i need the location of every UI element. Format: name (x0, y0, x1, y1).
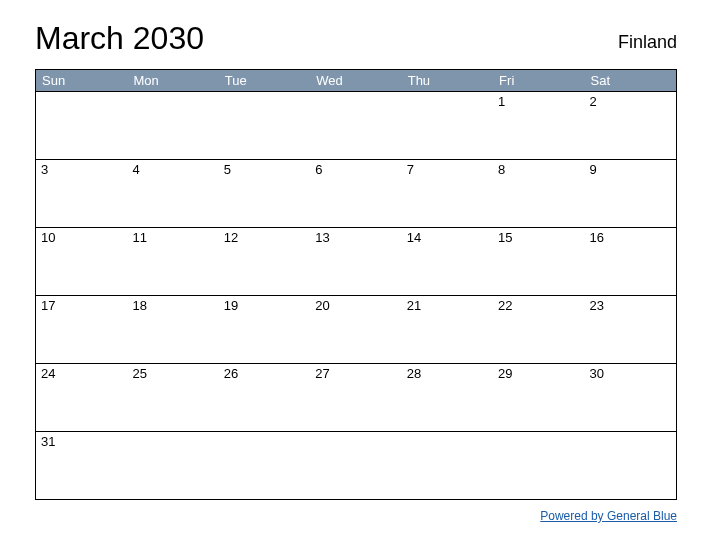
day-cell: 6 (310, 160, 401, 227)
day-cell: 8 (493, 160, 584, 227)
week-row: 1 2 (36, 91, 676, 159)
day-header: Tue (219, 70, 310, 91)
day-cell (310, 92, 401, 159)
week-row: 24 25 26 27 28 29 30 (36, 363, 676, 431)
day-cell: 24 (36, 364, 127, 431)
week-row: 3 4 5 6 7 8 9 (36, 159, 676, 227)
day-cell: 20 (310, 296, 401, 363)
day-cell: 16 (585, 228, 676, 295)
day-cell (310, 432, 401, 499)
day-cell: 19 (219, 296, 310, 363)
calendar-country: Finland (618, 32, 677, 57)
day-cell: 25 (127, 364, 218, 431)
week-row: 10 11 12 13 14 15 16 (36, 227, 676, 295)
week-row: 17 18 19 20 21 22 23 (36, 295, 676, 363)
day-cell (127, 432, 218, 499)
day-cell (402, 92, 493, 159)
powered-by-link[interactable]: Powered by General Blue (540, 509, 677, 523)
day-cell: 11 (127, 228, 218, 295)
day-cell (219, 432, 310, 499)
day-header: Sat (585, 70, 676, 91)
day-header: Thu (402, 70, 493, 91)
day-cell: 3 (36, 160, 127, 227)
day-cell: 22 (493, 296, 584, 363)
day-header: Sun (36, 70, 127, 91)
day-headers-row: Sun Mon Tue Wed Thu Fri Sat (36, 70, 676, 91)
day-cell: 26 (219, 364, 310, 431)
day-cell: 2 (585, 92, 676, 159)
day-cell (402, 432, 493, 499)
calendar-header: March 2030 Finland (35, 20, 677, 57)
day-header: Mon (127, 70, 218, 91)
week-row: 31 (36, 431, 676, 499)
day-cell: 7 (402, 160, 493, 227)
day-cell: 1 (493, 92, 584, 159)
day-cell: 21 (402, 296, 493, 363)
day-cell: 15 (493, 228, 584, 295)
day-cell: 12 (219, 228, 310, 295)
calendar-title: March 2030 (35, 20, 204, 57)
day-header: Fri (493, 70, 584, 91)
day-cell: 23 (585, 296, 676, 363)
day-cell: 28 (402, 364, 493, 431)
day-cell: 4 (127, 160, 218, 227)
calendar-grid: Sun Mon Tue Wed Thu Fri Sat 1 2 3 4 5 6 … (35, 69, 677, 500)
day-cell: 5 (219, 160, 310, 227)
day-cell (127, 92, 218, 159)
day-cell: 31 (36, 432, 127, 499)
day-cell: 13 (310, 228, 401, 295)
day-cell: 27 (310, 364, 401, 431)
day-cell: 30 (585, 364, 676, 431)
day-cell (585, 432, 676, 499)
footer: Powered by General Blue (35, 506, 677, 524)
day-cell: 18 (127, 296, 218, 363)
day-cell (36, 92, 127, 159)
day-cell: 14 (402, 228, 493, 295)
day-cell: 9 (585, 160, 676, 227)
day-cell: 29 (493, 364, 584, 431)
day-cell: 10 (36, 228, 127, 295)
day-cell (219, 92, 310, 159)
day-cell: 17 (36, 296, 127, 363)
day-cell (493, 432, 584, 499)
day-header: Wed (310, 70, 401, 91)
